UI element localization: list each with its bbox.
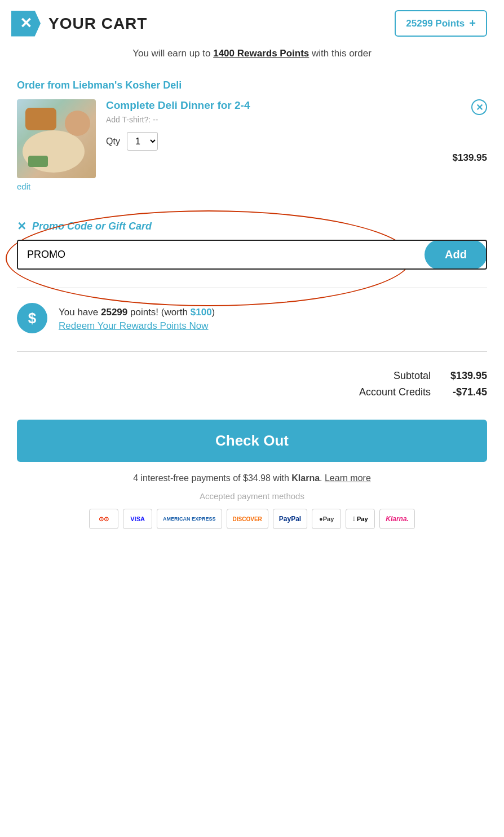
- promo-add-button[interactable]: Add: [425, 240, 487, 270]
- rewards-text-block: You have 25299 points! (worth $100) Rede…: [59, 305, 215, 331]
- item-qty-row: Qty 1 2 3 4: [106, 132, 443, 151]
- divider-1: [17, 288, 487, 288]
- subtotal-row: Subtotal $139.95: [17, 370, 487, 382]
- credits-row: Account Credits -$71.45: [17, 386, 487, 398]
- item-name: Complete Deli Dinner for 2-4: [106, 99, 443, 112]
- points-plus-icon: +: [469, 17, 476, 30]
- payment-icon-paypal: PayPal: [273, 509, 307, 529]
- item-price: $139.95: [453, 152, 487, 164]
- payment-icon-discover: DISCOVER: [227, 509, 268, 529]
- item-addon: Add T-shirt?: --: [106, 115, 443, 124]
- earn-banner: You will earn up to 1400 Rewards Points …: [0, 42, 504, 69]
- payment-icons-row: ⊙⊙ VISA AMERICAN EXPRESS DISCOVER PayPal…: [0, 509, 504, 546]
- payment-icon-mastercard: ⊙⊙: [89, 509, 118, 529]
- logo-icon: ✕: [11, 11, 41, 37]
- totals-section: Subtotal $139.95 Account Credits -$71.45: [0, 361, 504, 408]
- rewards-dollar-icon: $: [28, 310, 36, 327]
- promo-code-input[interactable]: [18, 241, 425, 268]
- item-image: [17, 99, 96, 178]
- order-from-label: Order from: [17, 80, 73, 91]
- promo-section: ✕ Promo Code or Gift Card Add: [0, 202, 504, 279]
- earn-text-before: You will earn up to: [132, 48, 213, 59]
- promo-input-row: Add: [17, 240, 487, 270]
- promo-x-icon[interactable]: ✕: [17, 219, 26, 233]
- earn-points-amount: 1400 Rewards Points: [213, 48, 309, 59]
- qty-label: Qty: [106, 136, 120, 147]
- divider-2: [17, 351, 487, 352]
- payment-icon-visa: VISA: [123, 509, 152, 529]
- page-title: YOUR CART: [48, 15, 147, 33]
- checkout-button[interactable]: Check Out: [17, 420, 487, 462]
- payment-methods-label: Accepted payment methods: [0, 491, 504, 501]
- promo-label: ✕ Promo Code or Gift Card: [17, 219, 487, 233]
- item-details: Complete Deli Dinner for 2-4 Add T-shirt…: [106, 99, 443, 151]
- rewards-icon: $: [17, 303, 47, 333]
- cart-item: edit Complete Deli Dinner for 2-4 Add T-…: [17, 99, 487, 191]
- credits-value: -$71.45: [442, 386, 487, 398]
- page-header: ✕ YOUR CART 25299 Points +: [0, 0, 504, 42]
- item-remove-button[interactable]: ✕: [471, 99, 487, 115]
- logo-x-symbol: ✕: [20, 15, 32, 32]
- payment-icon-applepay:  Pay: [346, 509, 375, 529]
- earn-text-after: with this order: [309, 48, 372, 59]
- payment-icon-gpay: ●Pay: [312, 509, 341, 529]
- qty-select[interactable]: 1 2 3 4: [127, 132, 158, 151]
- redeem-rewards-link[interactable]: Redeem Your Rewards Points Now: [59, 320, 215, 332]
- restaurant-name: Liebman's Kosher Deli: [73, 80, 182, 91]
- rewards-text: You have 25299 points! (worth $100): [59, 305, 215, 320]
- promo-input-container: Add: [17, 240, 487, 270]
- klarna-row: 4 interest-free payments of $34.98 with …: [0, 473, 504, 483]
- remove-x-icon: ✕: [476, 102, 483, 113]
- order-section: Order from Liebman's Kosher Deli edit Co…: [0, 69, 504, 202]
- item-edit-link[interactable]: edit: [17, 182, 30, 191]
- order-from: Order from Liebman's Kosher Deli: [17, 80, 487, 91]
- points-label: 25299 Points: [406, 18, 465, 29]
- payment-icon-klarna: Klarna.: [379, 509, 415, 529]
- credits-label: Account Credits: [352, 386, 431, 398]
- subtotal-value: $139.95: [442, 370, 487, 382]
- payment-icon-amex: AMERICAN EXPRESS: [157, 509, 222, 529]
- rewards-section: $ You have 25299 points! (worth $100) Re…: [0, 297, 504, 342]
- header-left: ✕ YOUR CART: [11, 11, 147, 37]
- klarna-learn-more-link[interactable]: Learn more: [325, 473, 371, 483]
- points-button[interactable]: 25299 Points +: [395, 10, 487, 37]
- subtotal-label: Subtotal: [352, 370, 431, 382]
- promo-code-label: Promo Code or Gift Card: [32, 221, 152, 232]
